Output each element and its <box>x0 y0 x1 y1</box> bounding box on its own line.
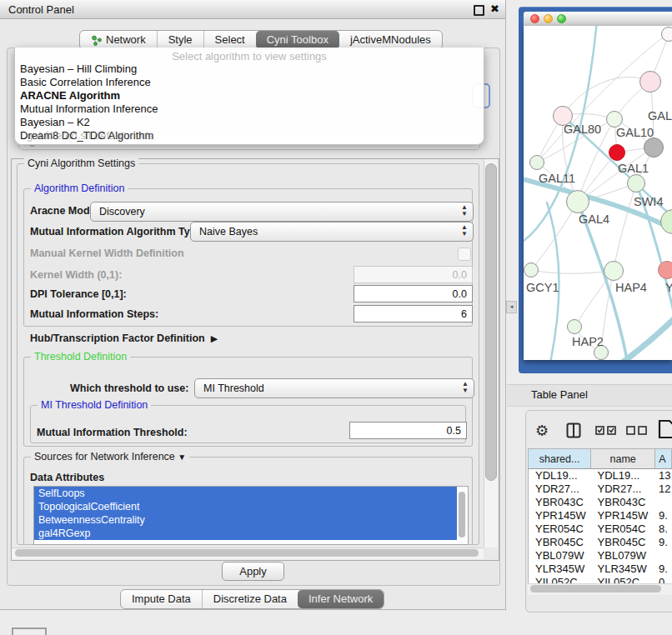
attribute-items: SelfLoopsTopologicalCoefficientBetweenne… <box>34 487 468 540</box>
network-icon <box>91 35 102 46</box>
aracne-mode-combobox[interactable]: Discovery ▲▼ <box>90 202 474 222</box>
node-label: GAL11 <box>539 172 575 185</box>
mi-threshold-field[interactable]: 0.5 <box>349 422 467 439</box>
network-node[interactable] <box>609 144 625 161</box>
table-cell: 13 <box>656 469 672 482</box>
mi-type-combobox[interactable]: Naive Bayes ▲▼ <box>190 222 474 242</box>
data-attributes-list[interactable]: SelfLoopsTopologicalCoefficientBetweenne… <box>33 486 469 545</box>
table-panel-title: Table Panel <box>531 388 588 401</box>
kernel-width-label: Kernel Width (0,1): <box>30 269 122 281</box>
tab-discretize-data[interactable]: Discretize Data <box>202 590 298 608</box>
table-cell: 12 <box>656 482 672 496</box>
tab-impute-data[interactable]: Impute Data <box>121 590 202 608</box>
table-cell: YBL079W <box>529 549 592 562</box>
table-cell: YDR27... <box>529 482 592 496</box>
network-node[interactable] <box>529 155 544 170</box>
table-header: shared... name A <box>528 448 672 469</box>
vertical-scrollbar-thumb[interactable] <box>485 163 497 481</box>
network-node[interactable] <box>604 261 624 281</box>
table-row[interactable]: YDR27...YDR27...12 <box>529 482 672 496</box>
close-traffic-light-icon[interactable] <box>530 14 539 23</box>
popup-ghost-text: gal-filtered.sif default node <box>27 129 153 142</box>
dpi-tolerance-field[interactable]: 0.0 <box>354 285 473 302</box>
column-header-name[interactable]: name <box>591 449 655 468</box>
table-cell: YBL079W <box>592 549 657 562</box>
network-node[interactable] <box>566 190 589 213</box>
table-cell: YBR043C <box>592 496 657 509</box>
expanded-arrow-icon: ▼ <box>178 452 186 462</box>
table-row[interactable]: YLR345WYLR345W9. <box>529 562 672 576</box>
mi-steps-field[interactable]: 6 <box>354 305 473 322</box>
zoom-traffic-light-icon[interactable] <box>557 14 566 23</box>
table-row[interactable]: YER054CYER054C8. <box>529 522 672 536</box>
minimized-panel-fragment <box>12 628 47 635</box>
attribute-item[interactable]: gal4RGexp <box>34 527 457 540</box>
close-icon[interactable]: ✖ <box>490 2 499 15</box>
network-node[interactable] <box>661 27 672 42</box>
minimize-traffic-light-icon[interactable] <box>544 14 553 23</box>
network-node[interactable] <box>639 71 661 92</box>
table-row[interactable]: YBR043CYBR043C <box>529 496 672 509</box>
table-cell: YIL052C <box>592 576 657 583</box>
table-cell: YBR045C <box>592 536 657 549</box>
table-row[interactable]: YPR145WYPR145W9. <box>529 509 672 522</box>
algorithm-option[interactable]: Bayesian – K2 <box>20 116 479 129</box>
tab-select[interactable]: Select <box>203 31 256 49</box>
network-node[interactable] <box>658 261 672 279</box>
mi-threshold-title: MI Threshold Definition <box>38 399 151 411</box>
network-node[interactable] <box>606 111 623 128</box>
list-scrollbar[interactable] <box>457 488 467 543</box>
sources-title[interactable]: Sources for Network Inference ▼ <box>31 451 189 462</box>
table-row[interactable]: YBR045CYBR045C9. <box>529 536 672 549</box>
algorithm-option[interactable]: ARACNE Algorithm <box>20 89 479 102</box>
network-window-titlebar[interactable] <box>524 12 672 27</box>
dpi-tolerance-label: DPI Tolerance [0,1]: <box>30 288 127 300</box>
table-cell: YBR043C <box>529 496 592 509</box>
algorithm-option[interactable]: Basic Correlation Inference <box>20 76 479 89</box>
attribute-item[interactable]: TopologicalCoefficient <box>34 500 457 513</box>
export-table-icon[interactable] <box>658 419 672 439</box>
table-hscrollbar-thumb[interactable] <box>530 585 661 592</box>
tab-infer-network[interactable]: Infer Network <box>298 590 384 608</box>
deselect-all-columns-icon[interactable] <box>626 426 648 435</box>
which-threshold-combobox[interactable]: MI Threshold ▲▼ <box>194 378 474 398</box>
list-scrollbar-thumb[interactable] <box>459 492 465 538</box>
gear-icon[interactable]: ⚙ <box>535 422 549 440</box>
table-row[interactable]: YDL19...YDL19...13 <box>529 469 672 482</box>
horizontal-scrollbar-thumb[interactable] <box>15 549 479 557</box>
hub-definition-expander[interactable]: Hub/Transcription Factor Definition▶ <box>30 332 218 344</box>
tab-jactivemnodules[interactable]: jActiveMNodules <box>339 31 442 49</box>
tab-network[interactable]: Network <box>80 31 157 49</box>
splitter-handle-icon[interactable]: ◂ <box>506 301 517 313</box>
attribute-item[interactable]: SelfLoops <box>34 487 457 500</box>
node-label: GAL1 <box>618 162 649 175</box>
mi-threshold-label: Mutual Information Threshold: <box>37 427 188 438</box>
table-body[interactable]: YDL19...YDL19...13YDR27...YDR27...12YBR0… <box>528 469 672 583</box>
node-label: SWI4 <box>634 195 663 208</box>
network-node[interactable] <box>627 174 645 192</box>
column-view-icon[interactable] <box>566 422 581 438</box>
column-header-shared-name[interactable]: shared... <box>529 449 591 468</box>
table-row[interactable]: YIL052CYIL052C0. <box>529 576 672 583</box>
table-row[interactable]: YBL079WYBL079W <box>529 549 672 562</box>
aracne-mode-label: Aracne Mode: <box>30 205 99 217</box>
attribute-item[interactable]: BetweennessCentrality <box>34 513 457 527</box>
network-node[interactable] <box>644 138 664 158</box>
algorithm-definition-title: Algorithm Definition <box>31 182 128 194</box>
control-panel-titlebar: Control Panel ✖ <box>0 0 505 19</box>
float-window-icon[interactable] <box>474 5 484 16</box>
tab-network-label: Network <box>106 31 146 49</box>
algorithm-option[interactable]: Mutual Information Inference <box>20 102 479 116</box>
column-header-clipped[interactable]: A <box>655 449 671 468</box>
network-node[interactable] <box>567 319 582 334</box>
apply-button[interactable]: Apply <box>222 562 284 581</box>
network-node[interactable] <box>524 262 539 278</box>
select-all-columns-icon[interactable] <box>595 426 617 435</box>
node-label: GAL4 <box>579 212 609 226</box>
algorithm-option[interactable]: Bayesian – Hill Climbing <box>20 62 479 76</box>
tab-cyni-toolbox[interactable]: Cyni Toolbox <box>256 31 339 49</box>
network-canvas[interactable]: GALGAL80GAL10GAL1GAL11SWI4GAL4GCY1HAP4YH… <box>524 26 672 360</box>
bottom-tabbar: Impute Data Discretize Data Infer Networ… <box>120 589 384 609</box>
tab-style[interactable]: Style <box>157 31 203 49</box>
manual-kernel-checkbox[interactable] <box>458 248 471 261</box>
